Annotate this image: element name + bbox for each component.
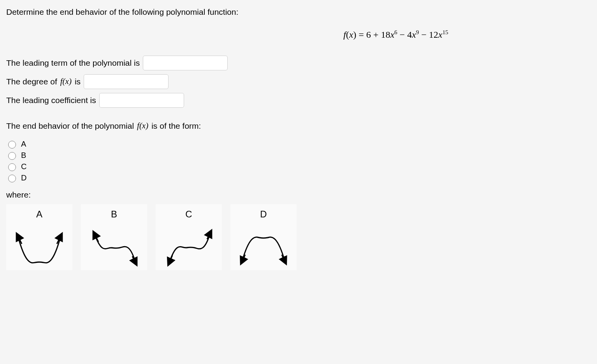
leading-term-input[interactable]	[143, 56, 228, 70]
where-label: where:	[6, 190, 591, 200]
radio-c[interactable]	[8, 163, 16, 171]
degree-input[interactable]	[84, 74, 169, 89]
diagram-row: A B	[6, 204, 591, 270]
diagram-d-label: D	[260, 209, 267, 220]
fx-math: f(x)	[60, 74, 72, 89]
option-c-label: C	[21, 162, 26, 171]
degree-label-pre: The degree of	[6, 74, 57, 89]
diagram-d: D	[230, 204, 297, 270]
coefficient-input[interactable]	[99, 93, 184, 108]
option-d-label: D	[21, 173, 26, 182]
radio-d[interactable]	[8, 175, 16, 182]
question-text: Determine the end behavior of the follow…	[6, 6, 591, 18]
diagram-c-label: C	[185, 209, 192, 220]
end-behavior-pre: The end behavior of the polynomial	[6, 119, 134, 133]
radio-b[interactable]	[8, 152, 16, 160]
curve-up-down-icon	[85, 228, 143, 267]
curve-down-down-icon	[234, 228, 293, 267]
coefficient-label: The leading coefficient is	[6, 93, 96, 108]
curve-up-up-icon	[10, 228, 68, 267]
fx-math-2: f(x)	[137, 119, 148, 133]
option-b-label: B	[21, 151, 26, 160]
diagram-c: C	[156, 204, 222, 270]
diagram-b: B	[81, 204, 147, 270]
curve-down-up-icon	[160, 228, 218, 267]
diagram-a-label: A	[36, 209, 42, 220]
leading-term-label: The leading term of the polynomial is	[6, 56, 140, 70]
diagram-a: A	[6, 204, 72, 270]
polynomial-formula: f(x) = 6 + 18x6 − 4x9 − 12x15	[6, 29, 591, 40]
end-behavior-post: is of the form:	[151, 119, 201, 133]
degree-label-post: is	[75, 74, 81, 89]
options-group: A B C D	[6, 140, 591, 182]
radio-a[interactable]	[8, 141, 16, 149]
diagram-b-label: B	[111, 209, 117, 220]
option-a-label: A	[21, 140, 26, 149]
